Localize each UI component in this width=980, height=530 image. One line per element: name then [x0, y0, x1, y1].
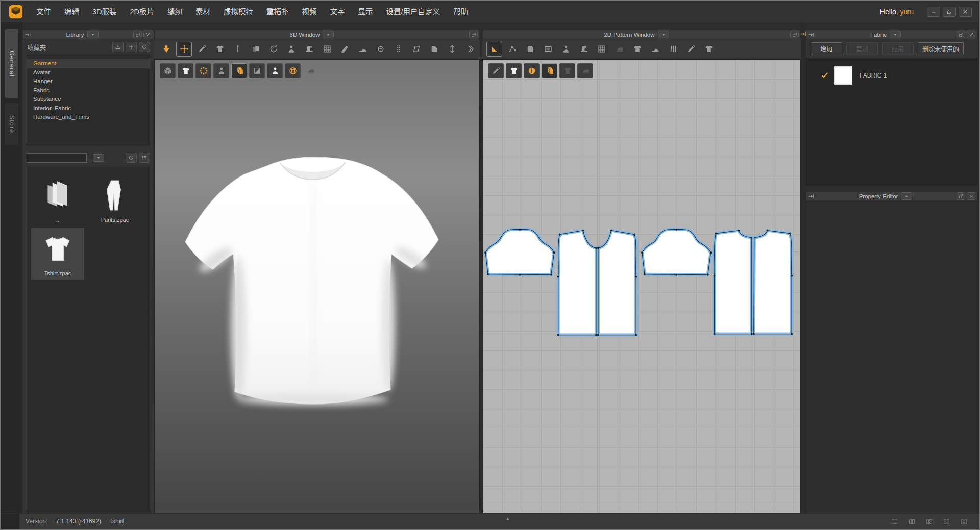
- menu-item[interactable]: 文件: [30, 1, 58, 22]
- tshirt-3d-model[interactable]: [167, 146, 461, 412]
- pin-tack-icon[interactable]: [444, 42, 460, 57]
- arrangement-icon[interactable]: [248, 42, 263, 57]
- show-environment-icon[interactable]: [285, 63, 301, 78]
- favorite-item[interactable]: Substance: [27, 95, 150, 104]
- simulate-icon[interactable]: [158, 42, 174, 57]
- press-tools-icon[interactable]: [303, 63, 318, 78]
- file-item-parent-folder[interactable]: ..: [31, 174, 84, 226]
- pattern-sleeve-left[interactable]: [484, 229, 555, 276]
- edit-pattern-icon[interactable]: [194, 42, 210, 57]
- panel-menu-button[interactable]: [658, 31, 669, 38]
- layout-mixed-icon[interactable]: [922, 516, 936, 527]
- select-mesh-icon[interactable]: [212, 42, 228, 57]
- collapse-panel-icon[interactable]: [808, 31, 816, 38]
- fabric-direction-icon[interactable]: [426, 42, 442, 57]
- minimize-button[interactable]: [927, 7, 940, 17]
- transform-pattern-icon[interactable]: [486, 42, 502, 57]
- panel-menu-button[interactable]: [890, 31, 901, 38]
- collapse-panel-icon[interactable]: [24, 31, 33, 38]
- tab-general[interactable]: General: [5, 29, 18, 98]
- menu-item[interactable]: 重拓扑: [260, 1, 296, 22]
- button-tool-icon[interactable]: [373, 42, 388, 57]
- 3d-viewport[interactable]: [154, 59, 480, 514]
- rectangle-pattern-icon[interactable]: [540, 42, 556, 57]
- iron-2d-icon[interactable]: [611, 42, 627, 57]
- pleats-icon[interactable]: [665, 42, 681, 57]
- pin-icon[interactable]: [230, 42, 246, 57]
- tab-store[interactable]: Store: [5, 103, 18, 145]
- menu-item[interactable]: 视频: [296, 1, 324, 22]
- fabric-swatch[interactable]: [834, 66, 852, 85]
- refresh-favorites-icon[interactable]: [139, 42, 150, 52]
- menu-item[interactable]: 虚拟模特: [217, 1, 260, 22]
- select-move-icon[interactable]: [176, 42, 192, 57]
- float-panel-icon[interactable]: [133, 31, 142, 38]
- refresh-library-icon[interactable]: [126, 153, 137, 163]
- float-panel-icon[interactable]: [957, 31, 965, 38]
- favorite-item[interactable]: Garment: [27, 59, 150, 68]
- menu-item[interactable]: 素材: [189, 1, 217, 22]
- collapse-panel-icon[interactable]: [808, 193, 816, 199]
- show-stitches-icon[interactable]: [195, 63, 211, 78]
- close-button[interactable]: [959, 7, 972, 17]
- show-pattern-icon[interactable]: [231, 63, 247, 78]
- panel-menu-button[interactable]: [323, 31, 334, 38]
- edit-points-icon[interactable]: [504, 42, 520, 57]
- fabric-delete-unused-button[interactable]: 删除未使用的: [918, 42, 964, 55]
- layout-two-icon[interactable]: [904, 516, 919, 527]
- reset-arrangement-icon[interactable]: [265, 42, 281, 57]
- flatten-icon[interactable]: [408, 42, 424, 57]
- menu-item[interactable]: 帮助: [447, 1, 475, 22]
- fabric-list-item[interactable]: FABRIC 1: [806, 66, 977, 85]
- favorite-item[interactable]: Avatar: [27, 68, 150, 78]
- shoe-icon[interactable]: [355, 42, 371, 57]
- toolbar-overflow-icon[interactable]: [462, 42, 478, 57]
- panel-menu-button[interactable]: [87, 31, 99, 38]
- favorite-item[interactable]: Interior_Fabric: [27, 104, 150, 113]
- menu-item[interactable]: 2D板片: [124, 1, 161, 22]
- search-filter-dropdown-icon[interactable]: [93, 154, 104, 162]
- layout-single-icon[interactable]: [887, 516, 901, 527]
- locked-garment-icon[interactable]: [559, 63, 575, 78]
- trim-icon[interactable]: [337, 42, 353, 57]
- fabric-apply-button[interactable]: 应用: [882, 42, 914, 55]
- close-panel-icon[interactable]: [143, 31, 152, 38]
- fabric-add-button[interactable]: 增加: [811, 42, 842, 55]
- press-2d-icon[interactable]: [577, 63, 593, 78]
- menu-item[interactable]: 显示: [352, 1, 380, 22]
- import-favorite-icon[interactable]: [112, 42, 124, 52]
- avatar-silhouette-icon[interactable]: [267, 63, 283, 78]
- file-item-tshirt[interactable]: Tshirt.zpac: [31, 228, 84, 280]
- pattern-pieces[interactable]: [483, 60, 800, 513]
- grain-grid-icon[interactable]: [319, 42, 335, 57]
- show-garment-2d-icon[interactable]: [506, 63, 522, 78]
- restore-button[interactable]: [943, 7, 956, 17]
- trace-line-icon[interactable]: [683, 42, 699, 57]
- show-avatar-icon[interactable]: [213, 63, 229, 78]
- menu-item[interactable]: 编辑: [58, 1, 86, 22]
- show-garment-icon[interactable]: [178, 63, 193, 78]
- library-search-input[interactable]: [27, 153, 87, 163]
- finished-garment-icon[interactable]: [701, 42, 717, 57]
- float-panel-icon[interactable]: [957, 192, 965, 200]
- favorite-item[interactable]: Hardware_and_Trims: [27, 113, 150, 122]
- layout-quad-icon[interactable]: [939, 516, 953, 527]
- menu-item[interactable]: 文字: [324, 1, 352, 22]
- surface-spread-icon[interactable]: [249, 63, 265, 78]
- menu-item[interactable]: 缝纫: [161, 1, 189, 22]
- favorite-item[interactable]: Hanger: [27, 77, 150, 86]
- avatar-2d-icon[interactable]: [558, 42, 574, 57]
- zipper-icon[interactable]: [390, 42, 406, 57]
- 2d-viewport[interactable]: [482, 59, 801, 514]
- pattern-sleeve-right[interactable]: [641, 229, 712, 276]
- show-pattern-2d-icon[interactable]: [542, 63, 557, 78]
- panel-menu-button[interactable]: [901, 192, 912, 200]
- pattern-back-bodice[interactable]: [714, 230, 793, 335]
- fabric-copy-button[interactable]: 复制: [846, 42, 878, 55]
- list-view-icon[interactable]: [139, 153, 150, 163]
- menu-item[interactable]: 3D服装: [86, 1, 124, 22]
- layout-reset-icon[interactable]: [957, 516, 971, 527]
- garment-fit-icon[interactable]: [629, 42, 645, 57]
- grid-2d-icon[interactable]: [594, 42, 609, 57]
- add-favorite-icon[interactable]: [126, 42, 137, 52]
